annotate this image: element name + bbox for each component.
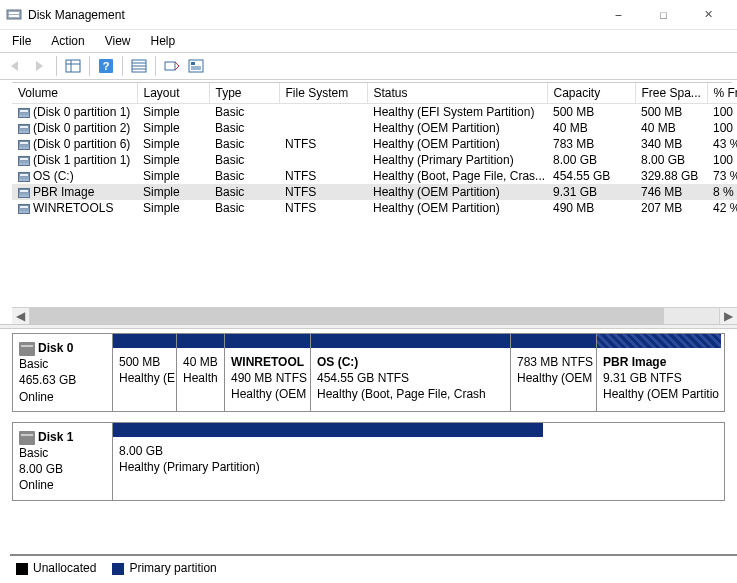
table-row[interactable]: (Disk 1 partition 1)SimpleBasicHealthy (… bbox=[12, 152, 737, 168]
list-view-icon[interactable] bbox=[128, 55, 150, 77]
minimize-button[interactable]: ‒ bbox=[596, 1, 641, 29]
svg-rect-1 bbox=[9, 12, 19, 14]
disk-label: Disk 0Basic465.63 GBOnline bbox=[13, 334, 113, 411]
svg-rect-12 bbox=[165, 62, 175, 70]
horizontal-scrollbar[interactable]: ◀ ▶ bbox=[12, 307, 737, 324]
disk-diagram: Disk 0Basic465.63 GBOnline500 MBHealthy … bbox=[0, 329, 737, 501]
svg-rect-2 bbox=[9, 15, 19, 17]
partition[interactable]: WINRETOOL490 MB NTFSHealthy (OEM bbox=[225, 334, 311, 411]
help-icon[interactable]: ? bbox=[95, 55, 117, 77]
disk-row[interactable]: Disk 0Basic465.63 GBOnline500 MBHealthy … bbox=[12, 333, 725, 412]
volume-icon bbox=[18, 204, 30, 214]
back-button[interactable] bbox=[5, 55, 27, 77]
window-title: Disk Management bbox=[28, 8, 596, 22]
disk-label: Disk 1Basic8.00 GBOnline bbox=[13, 423, 113, 500]
partition[interactable]: PBR Image9.31 GB NTFSHealthy (OEM Partit… bbox=[597, 334, 721, 411]
partition[interactable]: OS (C:)454.55 GB NTFSHealthy (Boot, Page… bbox=[311, 334, 511, 411]
action-icon[interactable] bbox=[161, 55, 183, 77]
volume-list: Volume Layout Type File System Status Ca… bbox=[0, 80, 737, 324]
svg-rect-3 bbox=[66, 60, 80, 72]
properties-icon[interactable] bbox=[185, 55, 207, 77]
svg-rect-13 bbox=[189, 60, 203, 72]
forward-button[interactable] bbox=[29, 55, 51, 77]
partition[interactable]: 783 MB NTFSHealthy (OEM bbox=[511, 334, 597, 411]
titlebar: Disk Management ‒ □ ✕ bbox=[0, 0, 737, 30]
svg-text:?: ? bbox=[103, 60, 110, 72]
col-capacity: Capacity bbox=[547, 83, 635, 104]
col-type: Type bbox=[209, 83, 279, 104]
col-status: Status bbox=[367, 83, 547, 104]
detail-view-icon[interactable] bbox=[62, 55, 84, 77]
table-row[interactable]: (Disk 0 partition 1)SimpleBasicHealthy (… bbox=[12, 104, 737, 121]
col-pct: % Fr bbox=[707, 83, 737, 104]
table-row[interactable]: WINRETOOLSSimpleBasicNTFSHealthy (OEM Pa… bbox=[12, 200, 737, 216]
col-free: Free Spa... bbox=[635, 83, 707, 104]
table-row[interactable]: OS (C:)SimpleBasicNTFSHealthy (Boot, Pag… bbox=[12, 168, 737, 184]
volume-icon bbox=[18, 124, 30, 134]
legend-unallocated: Unallocated bbox=[16, 561, 96, 575]
app-icon bbox=[6, 7, 22, 23]
volume-icon bbox=[18, 156, 30, 166]
legend: Unallocated Primary partition bbox=[10, 554, 737, 580]
col-volume: Volume bbox=[12, 83, 137, 104]
table-row[interactable]: PBR ImageSimpleBasicNTFSHealthy (OEM Par… bbox=[12, 184, 737, 200]
close-button[interactable]: ✕ bbox=[686, 1, 731, 29]
scroll-left-icon[interactable]: ◀ bbox=[12, 308, 29, 325]
table-row[interactable]: (Disk 0 partition 2)SimpleBasicHealthy (… bbox=[12, 120, 737, 136]
svg-rect-14 bbox=[191, 62, 195, 65]
menu-view[interactable]: View bbox=[97, 32, 139, 50]
disk-icon bbox=[19, 342, 35, 356]
menu-file[interactable]: File bbox=[4, 32, 39, 50]
disk-row[interactable]: Disk 1Basic8.00 GBOnline8.00 GBHealthy (… bbox=[12, 422, 725, 501]
svg-rect-0 bbox=[7, 10, 21, 19]
disk-icon bbox=[19, 431, 35, 445]
column-headers[interactable]: Volume Layout Type File System Status Ca… bbox=[12, 83, 737, 104]
partition[interactable]: 500 MBHealthy (EFI S bbox=[113, 334, 177, 411]
menubar: File Action View Help bbox=[0, 30, 737, 52]
legend-primary: Primary partition bbox=[112, 561, 216, 575]
menu-action[interactable]: Action bbox=[43, 32, 92, 50]
volume-icon bbox=[18, 108, 30, 118]
volume-icon bbox=[18, 188, 30, 198]
partition[interactable]: 40 MBHealth bbox=[177, 334, 225, 411]
col-layout: Layout bbox=[137, 83, 209, 104]
col-fs: File System bbox=[279, 83, 367, 104]
toolbar: ? bbox=[0, 52, 737, 80]
table-row[interactable]: (Disk 0 partition 6)SimpleBasicNTFSHealt… bbox=[12, 136, 737, 152]
maximize-button[interactable]: □ bbox=[641, 1, 686, 29]
menu-help[interactable]: Help bbox=[143, 32, 184, 50]
partition[interactable]: 8.00 GBHealthy (Primary Partition) bbox=[113, 423, 543, 500]
scroll-right-icon[interactable]: ▶ bbox=[720, 308, 737, 325]
volume-icon bbox=[18, 172, 30, 182]
volume-icon bbox=[18, 140, 30, 150]
